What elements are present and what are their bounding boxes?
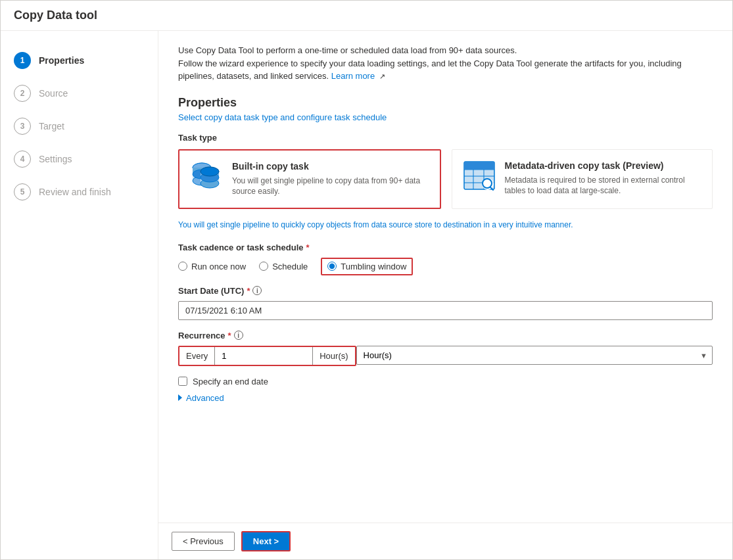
sidebar-item-label-properties: Properties (39, 55, 84, 66)
task-card-metadata[interactable]: Metadata-driven copy task (Preview) Meta… (452, 149, 713, 210)
end-date-checkbox-row: Specify an end date (178, 377, 713, 386)
right-panel: Use Copy Data Tool to perform a one-time… (158, 31, 732, 559)
radio-option-tumbling[interactable]: Tumbling window (321, 258, 413, 275)
section-subtitle: Select copy data task type and configure… (178, 112, 713, 122)
previous-button[interactable]: < Previous (172, 532, 235, 551)
builtin-task-icon (190, 161, 223, 191)
start-date-label-text: Start Date (UTC) (178, 286, 244, 296)
advanced-row[interactable]: Advanced (178, 393, 713, 403)
step-circle-4: 4 (14, 151, 31, 168)
intro-line3-text: pipelines, datasets, and linked services… (178, 71, 329, 81)
recurrence-field-group: Recurrence * i Every Hour(s) Hour(s) (178, 331, 713, 366)
step-circle-1: 1 (14, 52, 31, 69)
end-date-checkbox[interactable] (178, 377, 187, 386)
metadata-task-text: Metadata-driven copy task (Preview) Meta… (505, 160, 702, 197)
sidebar-item-source[interactable]: 2 Source (1, 77, 158, 110)
intro-line2: Follow the wizard experience to specify … (178, 57, 713, 83)
start-date-field-group: Start Date (UTC) * i (178, 286, 713, 320)
start-date-info-icon[interactable]: i (252, 286, 262, 295)
recurrence-label-text: Recurrence (178, 331, 225, 340)
next-button[interactable]: Next > (241, 531, 291, 551)
cadence-field-group: Task cadence or task schedule * Run once… (178, 243, 713, 275)
start-date-label: Start Date (UTC) * i (178, 286, 713, 296)
step-circle-2: 2 (14, 85, 31, 102)
radio-option-once[interactable]: Run once now (178, 262, 246, 271)
builtin-task-desc: You will get single pipeline to copy dat… (232, 175, 429, 198)
sidebar-item-settings[interactable]: 4 Settings (1, 143, 158, 175)
unit-display: Hour(s) (313, 347, 354, 365)
task-card-builtin[interactable]: Built-in copy task You will get single p… (178, 149, 441, 210)
radio-once[interactable] (178, 262, 187, 271)
end-date-checkbox-label[interactable]: Specify an end date (193, 377, 268, 386)
radio-schedule-label: Schedule (272, 262, 308, 271)
recurrence-required: * (228, 331, 231, 340)
sidebar: 1 Properties 2 Source 3 Target 4 Setting… (1, 31, 158, 559)
builtin-task-title: Built-in copy task (232, 161, 429, 172)
every-label: Every (179, 347, 214, 365)
start-date-input[interactable] (178, 301, 713, 320)
sidebar-item-label-review: Review and finish (39, 187, 111, 197)
section-title: Properties (178, 96, 713, 110)
recurrence-row: Every Hour(s) Hour(s) Minute(s) Day(s) W… (178, 346, 713, 366)
recurrence-bordered-group: Every Hour(s) (178, 346, 356, 366)
sidebar-item-review[interactable]: 5 Review and finish (1, 175, 158, 208)
step-circle-5: 5 (14, 183, 31, 200)
app-title: Copy Data tool (14, 9, 719, 22)
start-date-required: * (247, 286, 250, 296)
intro-line2-text: Follow the wizard experience to specify … (178, 58, 682, 68)
external-link-icon: ↗ (379, 72, 385, 80)
step-circle-3: 3 (14, 118, 31, 135)
sidebar-item-label-source: Source (39, 88, 68, 99)
intro-text-block: Use Copy Data Tool to perform a one-time… (178, 44, 713, 83)
unit-dropdown[interactable]: Hour(s) Minute(s) Day(s) Week(s) Month(s… (356, 346, 713, 365)
recurrence-info-icon[interactable]: i (234, 331, 243, 340)
metadata-task-desc: Metadata is required to be stored in ext… (505, 175, 702, 197)
sidebar-item-properties[interactable]: 1 Properties (1, 44, 158, 77)
svg-point-11 (201, 167, 219, 176)
cadence-label-text: Task cadence or task schedule (178, 243, 304, 252)
cadence-required: * (306, 243, 310, 252)
title-bar: Copy Data tool (1, 1, 732, 31)
panel-content: Use Copy Data Tool to perform a one-time… (158, 31, 732, 523)
metadata-task-icon (463, 160, 496, 191)
radio-once-label: Run once now (191, 262, 246, 271)
learn-more-link[interactable]: Learn more (331, 71, 375, 81)
radio-option-schedule[interactable]: Schedule (259, 262, 308, 271)
sidebar-item-label-target: Target (39, 121, 64, 131)
advanced-label: Advanced (186, 393, 224, 403)
chevron-right-icon (178, 394, 182, 401)
unit-dropdown-wrapper: Hour(s) Minute(s) Day(s) Week(s) Month(s… (356, 346, 713, 366)
recurrence-label: Recurrence * i (178, 331, 713, 340)
sidebar-item-target[interactable]: 3 Target (1, 110, 158, 143)
radio-schedule[interactable] (259, 262, 268, 271)
svg-rect-18 (464, 162, 494, 170)
radio-tumbling-label: Tumbling window (341, 262, 406, 271)
metadata-task-title: Metadata-driven copy task (Preview) (505, 160, 702, 171)
builtin-task-text: Built-in copy task You will get single p… (232, 161, 429, 198)
info-text: You will get single pipeline to quickly … (178, 220, 713, 231)
recurrence-number-input[interactable] (214, 347, 313, 365)
intro-line1: Use Copy Data Tool to perform a one-time… (178, 44, 713, 57)
footer: < Previous Next > (158, 523, 732, 559)
radio-tumbling[interactable] (327, 262, 337, 271)
sidebar-item-label-settings: Settings (39, 154, 72, 164)
task-options: Built-in copy task You will get single p… (178, 149, 713, 210)
task-type-label: Task type (178, 133, 713, 143)
cadence-label: Task cadence or task schedule * (178, 243, 713, 252)
radio-group: Run once now Schedule Tumbling window (178, 258, 713, 275)
